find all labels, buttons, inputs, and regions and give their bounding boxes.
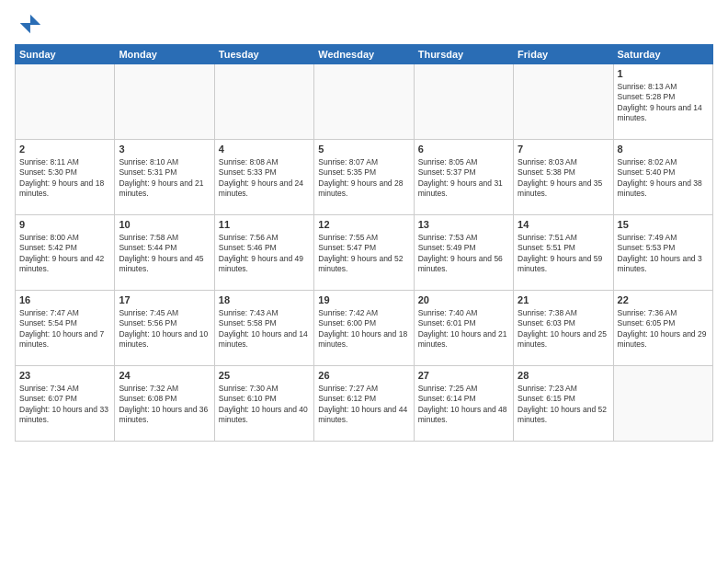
day-number: 25: [219, 369, 310, 383]
day-info: Sunrise: 8:13 AM Sunset: 5:28 PM Dayligh…: [618, 82, 709, 124]
day-info: Sunrise: 7:49 AM Sunset: 5:53 PM Dayligh…: [618, 233, 709, 275]
day-number: 22: [618, 293, 709, 307]
day-info: Sunrise: 7:32 AM Sunset: 6:08 PM Dayligh…: [119, 384, 210, 426]
calendar-cell: [414, 64, 513, 140]
calendar-cell: 21Sunrise: 7:38 AM Sunset: 6:03 PM Dayli…: [514, 291, 613, 366]
day-number: 26: [318, 369, 409, 383]
calendar-week-1: 2Sunrise: 8:11 AM Sunset: 5:30 PM Daylig…: [16, 140, 713, 215]
calendar-cell: [613, 366, 712, 442]
day-info: Sunrise: 7:40 AM Sunset: 6:01 PM Dayligh…: [418, 308, 509, 350]
day-number: 8: [618, 143, 709, 156]
page: SundayMondayTuesdayWednesdayThursdayFrid…: [0, 0, 728, 563]
calendar-header-sunday: Sunday: [16, 45, 115, 64]
calendar-cell: [115, 64, 214, 140]
day-info: Sunrise: 8:02 AM Sunset: 5:40 PM Dayligh…: [618, 157, 709, 200]
day-info: Sunrise: 7:43 AM Sunset: 5:58 PM Dayligh…: [219, 308, 310, 350]
calendar-header-friday: Friday: [514, 45, 613, 64]
day-number: 1: [618, 67, 709, 81]
calendar-week-4: 23Sunrise: 7:34 AM Sunset: 6:07 PM Dayli…: [16, 366, 713, 442]
calendar-header-tuesday: Tuesday: [214, 45, 313, 64]
day-number: 21: [518, 293, 609, 307]
calendar-cell: 24Sunrise: 7:32 AM Sunset: 6:08 PM Dayli…: [115, 366, 214, 442]
logo: [15, 11, 42, 37]
day-info: Sunrise: 7:27 AM Sunset: 6:12 PM Dayligh…: [318, 384, 409, 426]
calendar-cell: 15Sunrise: 7:49 AM Sunset: 5:53 PM Dayli…: [613, 215, 712, 291]
day-info: Sunrise: 7:30 AM Sunset: 6:10 PM Dayligh…: [219, 384, 310, 426]
day-number: 18: [219, 293, 310, 307]
calendar-cell: [214, 64, 313, 140]
day-info: Sunrise: 7:56 AM Sunset: 5:46 PM Dayligh…: [219, 233, 310, 275]
calendar-cell: 9Sunrise: 8:00 AM Sunset: 5:42 PM Daylig…: [16, 215, 115, 291]
day-info: Sunrise: 8:10 AM Sunset: 5:31 PM Dayligh…: [119, 157, 210, 200]
day-number: 4: [219, 143, 310, 156]
day-info: Sunrise: 7:58 AM Sunset: 5:44 PM Dayligh…: [119, 233, 210, 275]
day-number: 24: [119, 369, 210, 383]
day-info: Sunrise: 8:08 AM Sunset: 5:33 PM Dayligh…: [219, 157, 310, 200]
calendar-header-thursday: Thursday: [414, 45, 513, 64]
day-number: 14: [518, 218, 609, 232]
calendar-cell: 1Sunrise: 8:13 AM Sunset: 5:28 PM Daylig…: [613, 64, 712, 140]
day-number: 9: [19, 218, 110, 232]
day-number: 13: [418, 218, 509, 232]
day-info: Sunrise: 7:38 AM Sunset: 6:03 PM Dayligh…: [518, 308, 609, 350]
calendar-table: SundayMondayTuesdayWednesdayThursdayFrid…: [15, 44, 713, 442]
day-number: 16: [19, 293, 110, 307]
day-info: Sunrise: 7:25 AM Sunset: 6:14 PM Dayligh…: [418, 384, 509, 426]
day-number: 3: [119, 143, 210, 156]
calendar-cell: 25Sunrise: 7:30 AM Sunset: 6:10 PM Dayli…: [214, 366, 313, 442]
calendar-cell: [16, 64, 115, 140]
calendar-cell: 10Sunrise: 7:58 AM Sunset: 5:44 PM Dayli…: [115, 215, 214, 291]
calendar-cell: 12Sunrise: 7:55 AM Sunset: 5:47 PM Dayli…: [314, 215, 414, 291]
day-number: 7: [518, 143, 609, 156]
day-info: Sunrise: 7:55 AM Sunset: 5:47 PM Dayligh…: [318, 233, 409, 275]
logo-icon: [17, 11, 42, 37]
day-number: 15: [618, 218, 709, 232]
calendar-cell: 5Sunrise: 8:07 AM Sunset: 5:35 PM Daylig…: [314, 140, 414, 215]
calendar-cell: 2Sunrise: 8:11 AM Sunset: 5:30 PM Daylig…: [16, 140, 115, 215]
calendar-cell: 20Sunrise: 7:40 AM Sunset: 6:01 PM Dayli…: [414, 291, 513, 366]
calendar-cell: 6Sunrise: 8:05 AM Sunset: 5:37 PM Daylig…: [414, 140, 513, 215]
day-number: 20: [418, 293, 509, 307]
day-info: Sunrise: 7:53 AM Sunset: 5:49 PM Dayligh…: [418, 233, 509, 275]
calendar-week-2: 9Sunrise: 8:00 AM Sunset: 5:42 PM Daylig…: [16, 215, 713, 291]
day-number: 6: [418, 143, 509, 156]
calendar-cell: 23Sunrise: 7:34 AM Sunset: 6:07 PM Dayli…: [16, 366, 115, 442]
day-number: 5: [318, 143, 409, 156]
calendar-cell: 3Sunrise: 8:10 AM Sunset: 5:31 PM Daylig…: [115, 140, 214, 215]
calendar-header-saturday: Saturday: [613, 45, 712, 64]
day-number: 10: [119, 218, 210, 232]
calendar-cell: 13Sunrise: 7:53 AM Sunset: 5:49 PM Dayli…: [414, 215, 513, 291]
calendar-header-monday: Monday: [115, 45, 214, 64]
calendar-cell: 18Sunrise: 7:43 AM Sunset: 5:58 PM Dayli…: [214, 291, 313, 366]
calendar-cell: 17Sunrise: 7:45 AM Sunset: 5:56 PM Dayli…: [115, 291, 214, 366]
calendar-cell: 22Sunrise: 7:36 AM Sunset: 6:05 PM Dayli…: [613, 291, 712, 366]
calendar-cell: 11Sunrise: 7:56 AM Sunset: 5:46 PM Dayli…: [214, 215, 313, 291]
day-number: 11: [219, 218, 310, 232]
day-info: Sunrise: 7:51 AM Sunset: 5:51 PM Dayligh…: [518, 233, 609, 275]
calendar-cell: 8Sunrise: 8:02 AM Sunset: 5:40 PM Daylig…: [613, 140, 712, 215]
day-info: Sunrise: 8:00 AM Sunset: 5:42 PM Dayligh…: [19, 233, 110, 275]
header: [15, 11, 713, 37]
calendar-header-wednesday: Wednesday: [314, 45, 414, 64]
day-number: 17: [119, 293, 210, 307]
calendar-cell: 14Sunrise: 7:51 AM Sunset: 5:51 PM Dayli…: [514, 215, 613, 291]
day-info: Sunrise: 7:42 AM Sunset: 6:00 PM Dayligh…: [318, 308, 409, 350]
calendar-week-0: 1Sunrise: 8:13 AM Sunset: 5:28 PM Daylig…: [16, 64, 713, 140]
calendar-cell: 7Sunrise: 8:03 AM Sunset: 5:38 PM Daylig…: [514, 140, 613, 215]
day-number: 28: [518, 369, 609, 383]
day-info: Sunrise: 7:47 AM Sunset: 5:54 PM Dayligh…: [19, 308, 110, 350]
day-info: Sunrise: 7:23 AM Sunset: 6:15 PM Dayligh…: [518, 384, 609, 426]
day-number: 19: [318, 293, 409, 307]
calendar-cell: [314, 64, 414, 140]
svg-marker-0: [20, 15, 40, 34]
day-info: Sunrise: 8:07 AM Sunset: 5:35 PM Dayligh…: [318, 157, 409, 200]
day-number: 2: [19, 143, 110, 156]
day-info: Sunrise: 8:05 AM Sunset: 5:37 PM Dayligh…: [418, 157, 509, 200]
calendar-week-3: 16Sunrise: 7:47 AM Sunset: 5:54 PM Dayli…: [16, 291, 713, 366]
calendar-cell: 4Sunrise: 8:08 AM Sunset: 5:33 PM Daylig…: [214, 140, 313, 215]
day-info: Sunrise: 8:03 AM Sunset: 5:38 PM Dayligh…: [518, 157, 609, 200]
calendar-cell: 28Sunrise: 7:23 AM Sunset: 6:15 PM Dayli…: [514, 366, 613, 442]
calendar-header-row: SundayMondayTuesdayWednesdayThursdayFrid…: [16, 45, 713, 64]
day-info: Sunrise: 7:34 AM Sunset: 6:07 PM Dayligh…: [19, 384, 110, 426]
day-info: Sunrise: 7:45 AM Sunset: 5:56 PM Dayligh…: [119, 308, 210, 350]
